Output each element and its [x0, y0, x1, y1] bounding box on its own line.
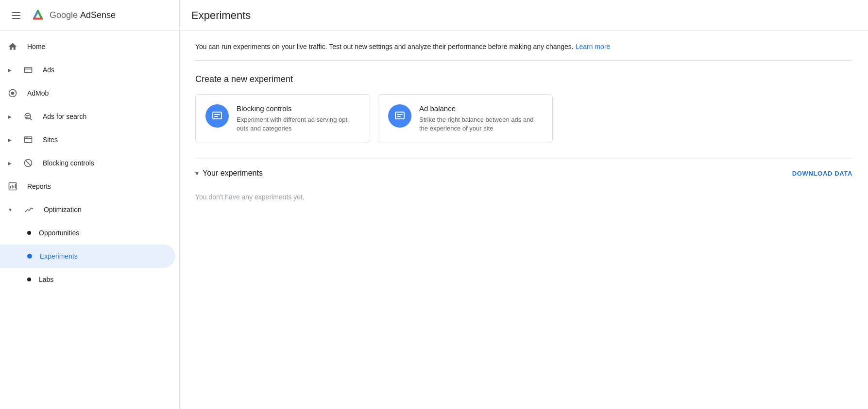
sidebar-item-opportunities[interactable]: Opportunities — [0, 221, 175, 245]
blocking-controls-card-icon-circle — [205, 104, 229, 128]
home-icon — [8, 42, 17, 51]
svg-rect-20 — [214, 114, 220, 115]
sites-icon — [23, 135, 33, 145]
sidebar-item-optimization[interactable]: ▼ Optimization — [0, 198, 175, 221]
sidebar-item-labs[interactable]: Labs — [0, 268, 175, 291]
ad-balance-card-text: Ad balance Strike the right balance betw… — [419, 104, 543, 133]
chevron-right-icon-2: ▶ — [8, 114, 12, 119]
blocking-controls-card[interactable]: Blocking controls Experiment with differ… — [195, 94, 370, 143]
your-experiments-title-toggle[interactable]: ▾ Your experiments — [195, 169, 263, 178]
experiment-cards: Blocking controls Experiment with differ… — [195, 94, 852, 143]
adsense-logo-icon — [30, 8, 46, 23]
reports-icon — [8, 181, 17, 191]
page-title: Experiments — [191, 9, 251, 22]
top-bar: Experiments — [180, 0, 868, 31]
nav-list: Home ▶ Ads AdMob ▶ — [0, 31, 179, 409]
svg-rect-19 — [213, 112, 221, 119]
main-content: Experiments You can run experiments on y… — [180, 0, 868, 409]
sub-item-dot-experiments — [27, 254, 32, 259]
your-experiments-section: ▾ Your experiments DOWNLOAD DATA You don… — [195, 159, 852, 209]
svg-rect-8 — [25, 137, 32, 143]
svg-rect-7 — [26, 117, 29, 118]
brand-name: Google AdSense — [50, 10, 116, 20]
sidebar-item-admob[interactable]: AdMob — [0, 82, 175, 105]
blocking-controls-icon — [211, 110, 223, 122]
blocking-icon — [23, 158, 33, 168]
svg-line-5 — [30, 118, 32, 120]
sidebar-item-blocking-controls[interactable]: ▶ Blocking controls — [0, 151, 175, 175]
learn-more-link[interactable]: Learn more — [576, 43, 611, 50]
admob-icon — [8, 88, 17, 98]
empty-state-message: You don't have any experiments yet. — [195, 185, 852, 209]
logo-area: Google AdSense — [30, 8, 116, 23]
optimization-icon — [24, 205, 34, 214]
sidebar-item-home[interactable]: Home — [0, 35, 175, 58]
collapse-chevron-icon: ▾ — [195, 169, 199, 177]
sidebar-item-experiments[interactable]: Experiments — [0, 245, 175, 268]
ad-balance-icon — [394, 110, 406, 122]
sub-item-dot-labs — [27, 278, 31, 281]
chevron-right-icon-4: ▶ — [8, 161, 12, 166]
content-area: You can run experiments on your live tra… — [180, 31, 868, 409]
download-data-button[interactable]: DOWNLOAD DATA — [792, 170, 852, 177]
sidebar: Google AdSense Home ▶ Ads — [0, 0, 180, 409]
menu-icon[interactable] — [8, 8, 24, 23]
sidebar-header: Google AdSense — [0, 0, 179, 31]
ad-balance-card-icon-circle — [388, 104, 411, 128]
sidebar-item-reports[interactable]: Reports — [0, 175, 175, 198]
blocking-controls-card-text: Blocking controls Experiment with differ… — [237, 104, 360, 133]
sidebar-item-ads-for-search[interactable]: ▶ Ads for search — [0, 105, 175, 128]
create-experiment-title: Create a new experiment — [195, 74, 852, 84]
your-experiments-header: ▾ Your experiments DOWNLOAD DATA — [195, 169, 852, 178]
ads-icon — [23, 65, 33, 75]
svg-rect-0 — [25, 67, 32, 73]
ad-balance-card[interactable]: Ad balance Strike the right balance betw… — [378, 94, 553, 143]
sub-item-dot-opportunities — [27, 231, 31, 235]
svg-point-3 — [11, 92, 15, 95]
svg-rect-6 — [26, 115, 30, 116]
sidebar-item-sites[interactable]: ▶ Sites — [0, 128, 175, 151]
sidebar-item-ads[interactable]: ▶ Ads — [0, 58, 175, 82]
svg-rect-24 — [397, 116, 401, 117]
chevron-down-icon: ▼ — [8, 207, 13, 213]
chevron-right-icon: ▶ — [8, 67, 12, 73]
description-bar: You can run experiments on your live tra… — [195, 43, 852, 61]
chevron-right-icon-3: ▶ — [8, 137, 12, 143]
svg-rect-23 — [397, 114, 403, 115]
ads-search-icon — [23, 112, 33, 121]
svg-line-13 — [26, 161, 31, 166]
svg-rect-21 — [214, 116, 218, 117]
svg-rect-22 — [395, 112, 404, 119]
